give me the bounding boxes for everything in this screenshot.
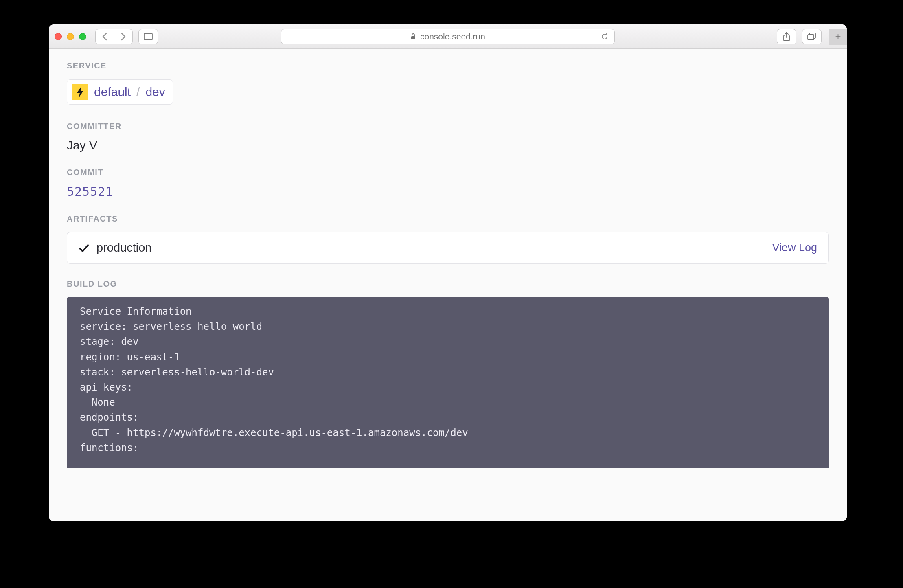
artifact-row: production View Log	[67, 232, 829, 264]
committer-label: COMMITTER	[67, 122, 829, 131]
back-button[interactable]	[95, 29, 114, 44]
artifacts-label: ARTIFACTS	[67, 214, 829, 224]
address-host: console.seed.run	[420, 32, 485, 42]
chevron-left-icon	[102, 33, 107, 41]
service-name-link[interactable]: default	[94, 85, 131, 99]
svg-rect-0	[144, 33, 152, 40]
close-window-button[interactable]	[55, 33, 62, 40]
sidebar-toggle-button[interactable]	[138, 29, 158, 44]
lock-icon	[410, 33, 416, 40]
view-log-link[interactable]: View Log	[772, 241, 817, 254]
breadcrumb-separator: /	[136, 85, 140, 99]
new-tab-button[interactable]: +	[829, 29, 847, 45]
build-log-output[interactable]: Service Information service: serverless-…	[67, 297, 829, 468]
share-icon	[782, 32, 791, 41]
titlebar: console.seed.run	[49, 24, 847, 49]
nav-buttons	[95, 29, 133, 44]
service-label: SERVICE	[67, 61, 829, 70]
tabs-icon	[807, 33, 816, 41]
address-bar[interactable]: console.seed.run	[281, 29, 615, 44]
commit-hash-link[interactable]: 525521	[67, 184, 829, 199]
commit-label: COMMIT	[67, 168, 829, 177]
artifact-name: production	[96, 241, 151, 255]
share-button[interactable]	[777, 29, 796, 44]
toolbar-right: +	[777, 29, 841, 45]
tabs-button[interactable]	[802, 29, 822, 44]
service-breadcrumb: default / dev	[67, 79, 173, 105]
build-log-label: BUILD LOG	[67, 279, 829, 289]
forward-button[interactable]	[114, 29, 133, 44]
committer-name: Jay V	[67, 138, 829, 152]
artifact-info: production	[79, 241, 151, 255]
svg-rect-4	[808, 35, 814, 40]
browser-window: console.seed.run	[49, 24, 847, 521]
minimize-window-button[interactable]	[67, 33, 74, 40]
sidebar-icon	[144, 33, 153, 40]
svg-rect-2	[411, 36, 415, 39]
lightning-icon	[76, 86, 85, 98]
reload-button[interactable]	[601, 33, 609, 41]
chevron-right-icon	[121, 33, 126, 41]
plus-icon: +	[835, 31, 841, 42]
page-content: SERVICE default / dev COMMITTER Jay V CO…	[49, 49, 847, 521]
window-controls	[55, 33, 86, 40]
service-stage-link[interactable]: dev	[145, 85, 165, 99]
service-icon	[72, 84, 88, 100]
check-icon	[79, 244, 89, 252]
maximize-window-button[interactable]	[79, 33, 86, 40]
reload-icon	[601, 33, 609, 41]
